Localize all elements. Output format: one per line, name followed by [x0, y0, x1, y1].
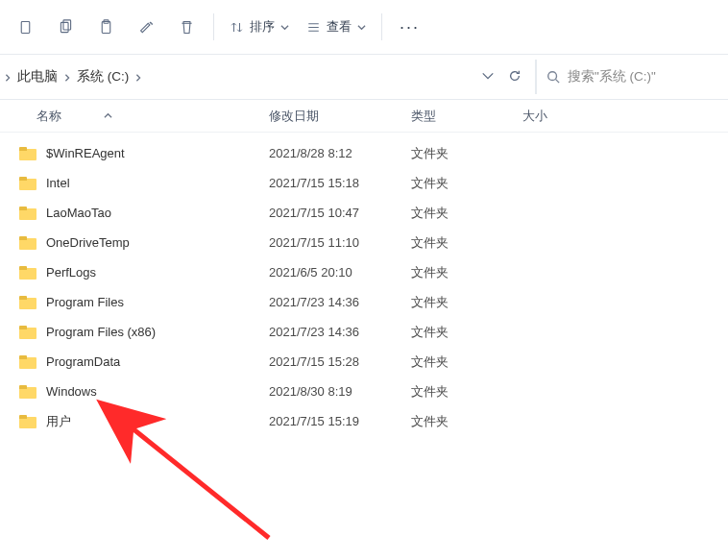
svg-point-5: [548, 72, 557, 81]
file-list: $WinREAgent2021/8/28 8:12文件夹Intel2021/7/…: [0, 133, 728, 436]
toolbar-divider: [381, 13, 382, 40]
sort-caret-icon: [104, 109, 112, 123]
table-row[interactable]: $WinREAgent2021/8/28 8:12文件夹: [0, 138, 728, 168]
file-type: 文件夹: [411, 353, 522, 371]
file-type: 文件夹: [411, 413, 522, 430]
column-header-size[interactable]: 大小: [522, 108, 599, 125]
file-name: Windows: [46, 384, 97, 399]
folder-icon: [19, 236, 36, 250]
refresh-button[interactable]: [508, 69, 522, 85]
file-type: 文件夹: [411, 383, 522, 401]
rename-button[interactable]: [127, 8, 165, 46]
table-row[interactable]: Program Files2021/7/23 14:36文件夹: [0, 287, 728, 317]
table-row[interactable]: Windows2021/8/30 8:19文件夹: [0, 377, 728, 406]
file-date: 2021/8/30 8:19: [269, 384, 411, 399]
sort-label: 排序: [250, 18, 275, 36]
file-date: 2021/7/23 14:36: [269, 325, 411, 339]
delete-button[interactable]: [167, 8, 206, 46]
file-date: 2021/7/15 15:28: [269, 354, 411, 369]
svg-rect-0: [21, 21, 30, 33]
chevron-right-icon: [134, 70, 142, 85]
table-row[interactable]: Intel2021/7/15 15:18文件夹: [0, 168, 728, 198]
chevron-right-icon: [4, 70, 12, 85]
more-button[interactable]: ···: [390, 17, 429, 37]
file-name: LaoMaoTao: [46, 206, 111, 220]
file-type: 文件夹: [411, 234, 522, 252]
search-placeholder: 搜索"系统 (C:)": [568, 68, 656, 85]
table-row[interactable]: OneDriveTemp2021/7/15 11:10文件夹: [0, 228, 728, 257]
file-name: ProgramData: [46, 354, 120, 369]
file-name: 用户: [46, 413, 71, 430]
view-button[interactable]: 查看: [299, 8, 374, 46]
file-date: 2021/8/28 8:12: [269, 146, 411, 160]
column-header-name[interactable]: 名称: [8, 108, 269, 125]
copy-button[interactable]: [46, 8, 85, 46]
sort-button[interactable]: 排序: [222, 8, 297, 46]
folder-icon: [19, 177, 36, 190]
file-name: PerfLogs: [46, 265, 96, 280]
chevron-down-icon: [357, 23, 366, 32]
file-name: OneDriveTemp: [46, 235, 130, 250]
folder-icon: [19, 147, 36, 160]
address-row: 此电脑 系统 (C:) 搜索"系统 (C:)": [0, 54, 728, 100]
table-row[interactable]: LaoMaoTao2021/7/15 10:47文件夹: [0, 198, 728, 228]
toolbar-divider: [213, 13, 214, 40]
folder-icon: [19, 415, 36, 428]
breadcrumb-item[interactable]: 此电脑: [12, 68, 63, 85]
table-row[interactable]: 用户2021/7/15 15:19文件夹: [0, 406, 728, 436]
search-input[interactable]: 搜索"系统 (C:)": [536, 60, 728, 94]
file-date: 2021/7/23 14:36: [269, 295, 411, 309]
file-date: 2021/6/5 20:10: [269, 265, 411, 280]
paste-button[interactable]: [86, 8, 125, 46]
file-name: $WinREAgent: [46, 146, 125, 160]
file-date: 2021/7/15 15:18: [269, 176, 411, 190]
file-type: 文件夹: [411, 264, 522, 281]
file-type: 文件夹: [411, 145, 522, 162]
file-type: 文件夹: [411, 324, 522, 341]
column-header-type[interactable]: 类型: [411, 108, 522, 125]
file-name: Program Files: [46, 295, 124, 309]
file-type: 文件夹: [411, 205, 522, 222]
file-name: Intel: [46, 176, 70, 190]
file-date: 2021/7/15 11:10: [269, 235, 411, 250]
file-date: 2021/7/15 15:19: [269, 414, 411, 428]
search-icon: [546, 70, 560, 84]
column-header-date[interactable]: 修改日期: [269, 108, 411, 125]
table-row[interactable]: PerfLogs2021/6/5 20:10文件夹: [0, 257, 728, 287]
chevron-right-icon: [63, 70, 71, 85]
folder-icon: [19, 207, 36, 220]
folder-icon: [19, 326, 36, 339]
breadcrumb-item[interactable]: 系统 (C:): [71, 68, 134, 85]
svg-rect-1: [61, 22, 68, 32]
address-bar[interactable]: 此电脑 系统 (C:): [0, 60, 536, 94]
file-type: 文件夹: [411, 294, 522, 311]
folder-icon: [19, 266, 36, 280]
dropdown-button[interactable]: [481, 69, 495, 85]
svg-rect-2: [62, 19, 70, 29]
folder-icon: [19, 385, 36, 399]
view-label: 查看: [327, 18, 352, 36]
table-row[interactable]: Program Files (x86)2021/7/23 14:36文件夹: [0, 317, 728, 347]
folder-icon: [19, 296, 36, 309]
table-row[interactable]: ProgramData2021/7/15 15:28文件夹: [0, 347, 728, 377]
column-header-row: 名称 修改日期 类型 大小: [0, 100, 728, 133]
file-date: 2021/7/15 10:47: [269, 206, 411, 220]
chevron-down-icon: [280, 23, 289, 32]
file-type: 文件夹: [411, 175, 522, 192]
file-name: Program Files (x86): [46, 325, 156, 339]
folder-icon: [19, 355, 36, 369]
cut-button[interactable]: [6, 8, 44, 46]
toolbar: 排序 查看 ···: [0, 0, 728, 54]
